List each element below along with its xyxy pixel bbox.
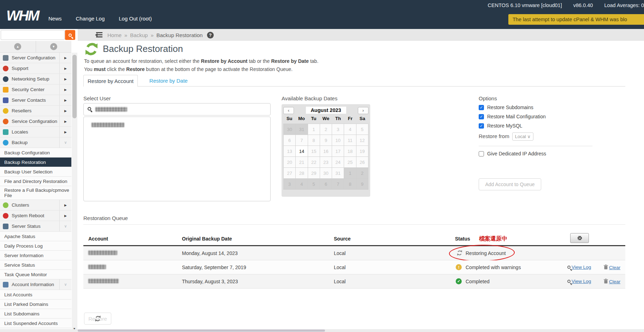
tab-restore-by-account[interactable]: Restore by Account: [83, 75, 138, 87]
sidebar-section-networking-setup[interactable]: Networking Setup▶: [0, 74, 71, 84]
queue-divider: [83, 224, 625, 225]
calendar-day: 7: [332, 179, 344, 190]
sidebar-section-service-configuration[interactable]: Service Configuration▶: [0, 116, 71, 127]
sidebar-item-task-queue-monitor[interactable]: Task Queue Monitor: [0, 270, 71, 279]
address-book-icon: [3, 97, 8, 103]
calendar-day: 1: [308, 124, 320, 135]
sidebar-section-clusters[interactable]: Clusters▶: [0, 200, 71, 211]
clear-link[interactable]: Clear: [604, 279, 620, 285]
redacted-account: [88, 279, 119, 283]
clear-link[interactable]: Clear: [604, 265, 620, 271]
sidebar-section-label: Backup: [12, 140, 59, 145]
calendar-day: 22: [308, 157, 320, 168]
sidebar-section-label: Security Center: [12, 87, 59, 92]
sidebar-item-service-status[interactable]: Service Status: [0, 260, 71, 270]
calendar-day: 2: [320, 124, 332, 135]
redacted-user-item[interactable]: [91, 123, 124, 127]
option-restore-subdomains[interactable]: ✓Restore Subdomains: [479, 105, 533, 110]
tab-restore-by-date[interactable]: Restore by Date: [142, 75, 195, 86]
horizontal-scrollbar-thumb[interactable]: [78, 330, 325, 332]
sidebar-item-file-and-directory-restoration[interactable]: File and Directory Restoration: [0, 177, 71, 186]
server-icon: [3, 55, 8, 61]
view-log-link[interactable]: View Log: [567, 279, 591, 284]
checkbox-checked-icon[interactable]: ✓: [479, 114, 484, 119]
source: Local: [334, 265, 345, 270]
host-version: v86.0.40: [573, 2, 593, 8]
sidebar-section-security-center[interactable]: Security Center▶: [0, 84, 71, 95]
search-button[interactable]: [65, 30, 75, 40]
sidebar-item-apache-status[interactable]: Apache Status: [0, 232, 71, 241]
col-original-backup-date: Original Backup Date: [182, 236, 232, 242]
crumb-home[interactable]: Home: [107, 32, 122, 38]
sidebar-item-backup-user-selection[interactable]: Backup User Selection: [0, 167, 71, 177]
calendar-day: 18: [344, 146, 356, 157]
update-warning-banner[interactable]: The last attempt to update cPanel & WHM …: [508, 14, 644, 25]
sidebar-scrollbar[interactable]: ▼: [72, 53, 77, 332]
user-search-field[interactable]: [83, 103, 271, 115]
globe-icon: [3, 76, 8, 82]
sidebar-search-input[interactable]: [1, 30, 65, 40]
sidebar-item-list-parked-domains[interactable]: List Parked Domains: [0, 300, 71, 309]
load-averages: Load Averages: 0: [604, 2, 644, 8]
add-account-to-queue-button[interactable]: Add Account to Queue: [479, 178, 541, 190]
sidebar-section-system-reboot[interactable]: System Reboot▶: [0, 211, 71, 221]
table-settings-button[interactable]: ▼: [570, 233, 589, 243]
option-restore-mail-configuration[interactable]: ✓Restore Mail Configuration: [479, 114, 546, 119]
calendar-day: 23: [320, 157, 332, 168]
sidebar-item-list-subdomains[interactable]: List Subdomains: [0, 309, 71, 319]
sidebar-section-server-contacts[interactable]: Server Contacts▶: [0, 95, 71, 106]
checkbox-unchecked-icon[interactable]: [479, 151, 484, 156]
sidebar-section-label: Support: [12, 66, 59, 71]
view-log-link[interactable]: View Log: [567, 265, 591, 270]
sidebar-section-server-configuration[interactable]: Server Configuration▶: [0, 53, 71, 63]
sidebar-section-support[interactable]: Support▶: [0, 63, 71, 74]
calendar-prev-button[interactable]: ‹: [283, 107, 294, 114]
user-list-box[interactable]: [83, 117, 271, 201]
collapse-sidebar-icon[interactable]: [93, 32, 102, 37]
weekday-label: Mo: [295, 116, 307, 124]
collapse-all-button[interactable]: ▲: [0, 41, 36, 52]
nav-log-out[interactable]: Log Out (root): [119, 16, 152, 22]
option-label: Restore MySQL: [487, 123, 522, 129]
calendar-day-available[interactable]: 14: [296, 146, 308, 157]
col-source: Source: [334, 236, 350, 242]
calendar-day: 8: [308, 135, 320, 146]
whm-logo[interactable]: WHM: [6, 8, 39, 24]
sidebar-section-server-status[interactable]: Server Status∨: [0, 221, 71, 232]
checkbox-checked-icon[interactable]: ✓: [479, 105, 484, 110]
option-restore-mysql[interactable]: ✓Restore MySQL: [479, 123, 522, 129]
sidebar-section-resellers[interactable]: Resellers▶: [0, 106, 71, 116]
restore-from-select[interactable]: Local ∨: [512, 132, 533, 141]
sidebar-item-daily-process-log[interactable]: Daily Process Log: [0, 241, 71, 251]
calendar-next-button[interactable]: ›: [358, 107, 368, 114]
checkbox-checked-icon[interactable]: ✓: [479, 123, 484, 129]
restore-button[interactable]: Restore: [84, 313, 111, 325]
sidebar-section-account-information[interactable]: Account Information∨: [0, 279, 71, 290]
calendar-day: 15: [308, 146, 320, 157]
dedicated-ip-option[interactable]: Give Dedicated IP Address: [479, 151, 546, 156]
sidebar-section-backup[interactable]: Backup∨: [0, 137, 71, 148]
sidebar-item-server-information[interactable]: Server Information: [0, 251, 71, 260]
redacted-account: [88, 265, 106, 269]
chevron-right-icon: ▶: [59, 95, 71, 105]
queue-row: Thursday, August 3, 2023Local✓CompletedV…: [83, 274, 625, 289]
expand-all-button[interactable]: ▼: [36, 41, 72, 52]
scrollbar-thumb[interactable]: [72, 55, 77, 118]
restore-from-row: Restore fromLocal ∨: [479, 132, 533, 141]
backup-restoration-icon: [84, 42, 99, 57]
sidebar-item-restore-a-full-backup-cpmove-file[interactable]: Restore a Full Backup/cpmove File: [0, 186, 71, 200]
nav-change-log[interactable]: Change Log: [76, 16, 105, 22]
help-icon[interactable]: ?: [207, 32, 214, 38]
backup-date: Monday, August 14, 2023: [182, 250, 238, 256]
sidebar-section-locales[interactable]: Locales▶: [0, 127, 71, 137]
sidebar-item-backup-restoration[interactable]: Backup Restoration: [0, 158, 71, 167]
sidebar-item-backup-configuration[interactable]: Backup Configuration: [0, 148, 71, 158]
sidebar-item-list-accounts[interactable]: List Accounts: [0, 290, 71, 300]
horizontal-scrollbar[interactable]: [0, 329, 644, 332]
nav-news[interactable]: News: [48, 16, 62, 22]
calendar-day: 17: [332, 146, 344, 157]
breadcrumb: Home » Backup » Backup Restoration ?: [107, 32, 214, 38]
crumb-backup[interactable]: Backup: [130, 32, 148, 38]
queue-table-body: Monday, August 14, 2023LocalRestoring Ac…: [83, 246, 625, 289]
sidebar-item-list-suspended-accounts[interactable]: List Suspended Accounts: [0, 319, 71, 328]
